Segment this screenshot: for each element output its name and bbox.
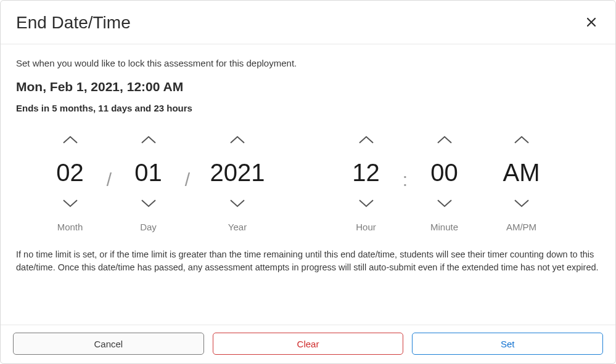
month-down-button[interactable] <box>55 195 85 213</box>
day-label: Day <box>140 222 157 232</box>
month-label: Month <box>57 222 83 232</box>
month-up-button[interactable] <box>55 132 85 150</box>
month-column: 02 Month <box>41 132 99 232</box>
minute-down-button[interactable] <box>430 195 459 213</box>
dialog-body: Set when you would like to lock this ass… <box>1 44 615 325</box>
chevron-down-icon <box>140 198 157 211</box>
hour-label: Hour <box>356 222 376 232</box>
minute-value[interactable]: 00 <box>427 150 462 195</box>
chevron-up-icon <box>229 134 246 147</box>
ampm-label: AM/PM <box>506 222 536 232</box>
year-label: Year <box>228 222 247 232</box>
date-separator: / <box>178 132 197 206</box>
dialog-title: End Date/Time <box>16 13 131 33</box>
hour-down-button[interactable] <box>351 195 381 213</box>
chevron-up-icon <box>436 134 453 147</box>
description-text: Set when you would like to lock this ass… <box>16 58 600 68</box>
day-down-button[interactable] <box>134 195 163 213</box>
chevron-down-icon <box>513 198 530 211</box>
time-separator: : <box>395 132 415 206</box>
hour-column: 12 Hour <box>337 132 395 232</box>
chevron-up-icon <box>62 134 79 147</box>
year-up-button[interactable] <box>223 132 252 150</box>
close-icon <box>586 16 596 30</box>
ampm-column: AM AM/PM <box>492 132 551 232</box>
chevron-up-icon <box>513 134 530 147</box>
day-column: 01 Day <box>119 132 178 232</box>
chevron-down-icon <box>229 198 246 211</box>
datetime-picker: 02 Month / 01 Day / <box>41 132 581 232</box>
chevron-up-icon <box>140 134 157 147</box>
cancel-button[interactable]: Cancel <box>13 333 204 355</box>
chevron-up-icon <box>358 134 375 147</box>
chevron-down-icon <box>62 198 79 211</box>
date-separator: / <box>99 132 119 206</box>
ampm-up-button[interactable] <box>507 132 536 150</box>
set-button[interactable]: Set <box>412 333 603 355</box>
day-value[interactable]: 01 <box>131 150 166 195</box>
close-button[interactable] <box>583 14 600 31</box>
year-down-button[interactable] <box>223 195 252 213</box>
minute-label: Minute <box>430 222 458 232</box>
dialog-footer: Cancel Clear Set <box>1 325 615 363</box>
year-column: 2021 Year <box>197 132 277 232</box>
dialog-header: End Date/Time <box>1 1 615 44</box>
relative-time: Ends in 5 months, 11 days and 23 hours <box>16 103 600 113</box>
selected-datetime: Mon, Feb 1, 2021, 12:00 AM <box>16 79 600 94</box>
end-datetime-dialog: End Date/Time Set when you would like to… <box>0 0 616 364</box>
chevron-down-icon <box>358 198 375 211</box>
minute-column: 00 Minute <box>415 132 474 232</box>
ampm-value[interactable]: AM <box>499 150 544 195</box>
ampm-down-button[interactable] <box>507 195 536 213</box>
hour-up-button[interactable] <box>351 132 381 150</box>
helper-note: If no time limit is set, or if the time … <box>16 248 600 274</box>
chevron-down-icon <box>436 198 453 211</box>
clear-button[interactable]: Clear <box>213 333 404 355</box>
minute-up-button[interactable] <box>430 132 459 150</box>
year-value[interactable]: 2021 <box>207 150 269 195</box>
day-up-button[interactable] <box>134 132 163 150</box>
hour-value[interactable]: 12 <box>348 150 384 195</box>
month-value[interactable]: 02 <box>52 150 88 195</box>
